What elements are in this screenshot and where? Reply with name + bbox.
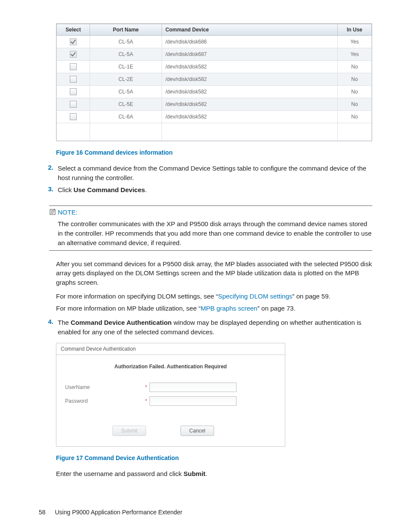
rule — [49, 250, 372, 251]
submit-button[interactable]: Submit — [112, 426, 146, 436]
table-footer-row — [57, 123, 372, 141]
text: . — [206, 470, 207, 477]
in-use-cell: No — [338, 111, 372, 123]
port-name-cell: CL-1E — [90, 61, 162, 73]
figure-16-caption: Figure 16 Command devices information — [56, 149, 372, 156]
bold-text: Submit — [184, 470, 206, 477]
text: Enter the username and password and clic… — [56, 470, 184, 477]
command-device-cell: /dev/rdisk/disk582 — [162, 111, 338, 123]
step-number: 4. — [39, 318, 58, 337]
col-port: Port Name — [90, 24, 162, 36]
paragraph: For more information on specifying DLOM … — [56, 292, 372, 301]
step-2: 2. Select a command device from the Comm… — [39, 164, 372, 183]
command-device-cell: /dev/rdisk/disk582 — [162, 61, 338, 73]
text: Click — [58, 186, 74, 193]
password-row: Password * — [65, 396, 276, 406]
in-use-cell: No — [338, 61, 372, 73]
bold-text: Use Command Devices — [74, 186, 145, 193]
port-name-cell: CL-5A — [90, 48, 162, 61]
step-body: The Command Device Authentication window… — [58, 318, 372, 337]
text: . — [145, 186, 147, 193]
command-device-cell: /dev/rdisk/disk582 — [162, 73, 338, 86]
step-body: Select a command device from the Command… — [58, 164, 372, 183]
text: ” on page 73. — [257, 305, 295, 312]
table-row: CL-5A/dev/rdisk/disk582No — [57, 86, 372, 98]
step-body: Click Use Command Devices. — [58, 185, 372, 195]
in-use-cell: No — [338, 98, 372, 111]
in-use-cell: No — [338, 86, 372, 98]
command-device-cell: /dev/rdisk/disk686 — [162, 36, 338, 48]
step-4: 4. The Command Device Authentication win… — [39, 318, 372, 337]
auth-dialog: Command Device Authentication Authorizat… — [56, 343, 285, 447]
col-inuse: In Use — [338, 24, 372, 36]
row-checkbox — [70, 51, 77, 58]
col-select: Select — [57, 24, 90, 36]
row-checkbox[interactable] — [70, 113, 77, 120]
note-icon — [49, 208, 56, 217]
col-device: Command Device — [162, 24, 338, 36]
port-name-cell: CL-5A — [90, 86, 162, 98]
footer-title: Using P9000 Application Performance Exte… — [55, 509, 182, 516]
row-checkbox[interactable] — [70, 101, 77, 108]
in-use-cell: Yes — [338, 48, 372, 61]
table-row: CL-5E/dev/rdisk/disk582No — [57, 98, 372, 111]
step-3: 3. Click Use Command Devices. — [39, 185, 372, 195]
text: For more information on specifying DLOM … — [56, 292, 218, 300]
note-title: NOTE: — [58, 208, 78, 216]
row-checkbox[interactable] — [70, 88, 77, 95]
port-name-cell: CL-6A — [90, 111, 162, 123]
command-device-cell: /dev/rdisk/disk582 — [162, 98, 338, 111]
page-number: 58 — [39, 509, 46, 516]
password-input[interactable] — [149, 396, 237, 406]
cancel-button[interactable]: Cancel — [181, 426, 214, 436]
in-use-cell: No — [338, 73, 372, 86]
dialog-title: Command Device Authentication — [56, 343, 285, 355]
port-name-cell: CL-5A — [90, 36, 162, 48]
username-input[interactable] — [149, 383, 237, 392]
port-name-cell: CL-2E — [90, 73, 162, 86]
username-row: UserName * — [65, 383, 276, 392]
command-device-cell: /dev/rdisk/disk687 — [162, 48, 338, 61]
bold-text: Command Device Authentication — [71, 319, 171, 326]
row-checkbox — [70, 38, 77, 45]
in-use-cell: Yes — [338, 36, 372, 48]
required-marker: * — [143, 384, 149, 390]
password-label: Password — [65, 398, 143, 404]
text: For more information on MP blade utiliza… — [56, 305, 201, 312]
text: The — [58, 319, 71, 326]
username-label: UserName — [65, 384, 143, 390]
table-row: CL-5A/dev/rdisk/disk686Yes — [57, 36, 372, 48]
note-body: The controller communicates with the XP … — [58, 219, 372, 247]
table-row: CL-5A/dev/rdisk/disk687Yes — [57, 48, 372, 61]
command-device-cell: /dev/rdisk/disk582 — [162, 86, 338, 98]
table-header-row: Select Port Name Command Device In Use — [57, 24, 372, 36]
text: ” on page 59. — [293, 292, 330, 300]
row-checkbox[interactable] — [70, 76, 77, 83]
step-number: 3. — [39, 185, 58, 195]
table-row: CL-6A/dev/rdisk/disk582No — [57, 111, 372, 123]
table-row: CL-2E/dev/rdisk/disk582No — [57, 73, 372, 86]
link-mpb-graphs[interactable]: MPB graphs screen — [201, 305, 258, 312]
required-marker: * — [143, 398, 149, 404]
step-number: 2. — [39, 164, 58, 183]
table-row: CL-1E/dev/rdisk/disk582No — [57, 61, 372, 73]
paragraph: Enter the username and password and clic… — [56, 469, 372, 479]
figure-17-caption: Figure 17 Command Device Authentication — [56, 454, 372, 461]
rule — [49, 205, 372, 206]
row-checkbox[interactable] — [70, 63, 77, 70]
page-footer: 58 Using P9000 Application Performance E… — [39, 509, 372, 516]
note-block: NOTE: The controller communicates with t… — [49, 202, 372, 253]
dialog-message: Authorization Failed. Authentication Req… — [65, 364, 276, 370]
port-name-cell: CL-5E — [90, 98, 162, 111]
command-device-table: Select Port Name Command Device In Use C… — [56, 23, 372, 141]
link-dlom-settings[interactable]: Specifying DLOM settings — [218, 292, 293, 300]
paragraph: After you set command devices for a P950… — [56, 259, 372, 287]
paragraph: For more information on MP blade utiliza… — [56, 304, 372, 313]
